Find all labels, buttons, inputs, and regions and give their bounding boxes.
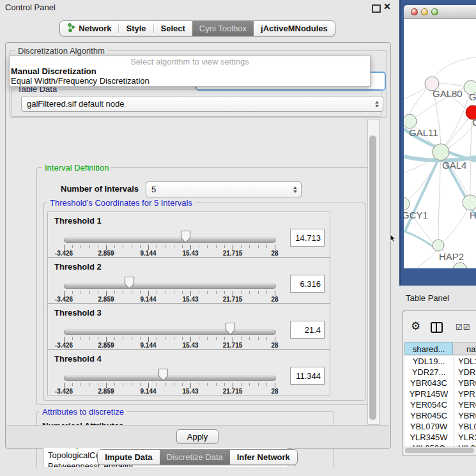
cell-name[interactable]: YBR045C [458, 410, 476, 421]
cell-name[interactable]: YBR043C [458, 378, 476, 388]
slider-track[interactable] [64, 330, 276, 335]
slider-thumb[interactable] [158, 368, 169, 381]
tick-mark [258, 383, 259, 386]
tick-mark [81, 383, 81, 386]
column-header-name[interactable]: name [454, 342, 476, 355]
panel-scrollbar[interactable] [367, 119, 380, 425]
threshold-value-field[interactable]: 14.713 [290, 229, 325, 247]
tab-network[interactable]: Network [60, 21, 118, 36]
cell-shared-name[interactable]: YBR045C [404, 410, 453, 421]
table-row[interactable]: YBL079WYBL079W [404, 421, 476, 432]
slider-track[interactable] [64, 284, 276, 289]
tab-label: Select [161, 24, 185, 33]
combo-arrows-icon [375, 101, 379, 107]
table-row[interactable]: YBR045CYBR045C [404, 410, 476, 421]
slider-thumb[interactable] [225, 322, 236, 335]
network-node[interactable] [463, 195, 476, 210]
apply-bar: Apply [6, 425, 389, 448]
tick-mark [98, 291, 98, 294]
cell-shared-name[interactable]: YPR145W [404, 388, 453, 399]
threshold-value-field[interactable]: 11.344 [290, 367, 325, 385]
table-data-combobox[interactable]: galFiltered.sif default node [21, 96, 383, 112]
cell-name[interactable]: YLR345W [458, 432, 476, 443]
network-canvas[interactable]: GAL80GACGAL11GAL4GCY1HHAP2 [404, 19, 476, 268]
tick-mark [140, 383, 141, 386]
traffic-light-zoom[interactable] [431, 8, 438, 15]
network-node[interactable] [404, 114, 417, 128]
float-window-icon[interactable] [372, 4, 381, 13]
dropdown-option-manual-discretization[interactable]: Manual Discretization [10, 66, 370, 76]
tab-discretize-data[interactable]: Discretize Data [160, 450, 230, 464]
tick-mark [266, 383, 267, 386]
tick-mark [98, 245, 98, 248]
tick-mark [148, 245, 149, 250]
cell-name[interactable]: YDR27... [458, 367, 476, 378]
table-row[interactable]: YDL19...YDL19... [404, 356, 476, 367]
table-row[interactable]: YPR145WYPR145W [404, 388, 476, 399]
network-node[interactable] [433, 144, 449, 160]
close-icon[interactable]: ✕ [383, 1, 391, 12]
table-row[interactable]: YER054CYER054C [404, 399, 476, 410]
dropdown-option-equal-width-frequency[interactable]: Equal Width/Frequency Discretization [10, 76, 370, 86]
split-columns-icon[interactable] [431, 322, 443, 333]
gear-icon[interactable]: ⚙ [411, 319, 420, 333]
threshold-value-field[interactable]: 6.316 [290, 275, 325, 293]
table-scrollbar-thumb[interactable] [405, 448, 474, 453]
cell-name[interactable]: YER054C [458, 399, 476, 410]
tick-mark [182, 245, 183, 248]
cell-shared-name[interactable]: YDR27... [404, 367, 453, 378]
column-header-shared[interactable]: shared... [404, 342, 453, 355]
tab-jactivemnodules[interactable]: jActiveMNodules [254, 21, 335, 36]
tick-mark [89, 291, 90, 294]
slider-track[interactable] [64, 376, 276, 381]
tick-mark [275, 291, 275, 296]
dropdown-placeholder[interactable]: Select algorithm to view settings [10, 57, 370, 66]
table-horizontal-scrollbar[interactable] [404, 447, 476, 454]
apply-button[interactable]: Apply [176, 429, 219, 444]
network-edge[interactable] [438, 152, 441, 240]
network-node[interactable] [433, 240, 444, 251]
number-of-intervals-combobox[interactable]: 5 [146, 181, 302, 197]
cell-shared-name[interactable]: YLR345W [404, 432, 453, 443]
tick-mark [89, 337, 90, 340]
tab-cyni-toolbox[interactable]: Cyni Toolbox [192, 21, 254, 36]
number-of-intervals-value: 5 [151, 182, 156, 197]
cell-name[interactable]: YDL19... [458, 356, 476, 367]
tick-mark [266, 291, 267, 294]
tick-mark [224, 337, 225, 340]
threshold-panel-3: Threshold 3-3.4262.8599.14415.4321.71528… [47, 303, 330, 349]
cell-name[interactable]: YPR145W [458, 388, 476, 399]
tab-select[interactable]: Select [154, 21, 192, 36]
network-window-titlebar[interactable] [404, 5, 476, 19]
tab-style[interactable]: Style [119, 21, 153, 36]
column-checkboxes-icon[interactable]: ☑☑ [456, 323, 471, 332]
node-label-gcy1: GCY1 [404, 210, 428, 220]
table-row[interactable]: YDR27...YDR27... [404, 367, 476, 378]
cell-shared-name[interactable]: YBL079W [404, 421, 453, 432]
slider-thumb[interactable] [124, 276, 135, 289]
threshold-panel-2: Threshold 2-3.4262.8599.14415.4321.71528… [47, 257, 330, 303]
tick-mark [140, 245, 141, 248]
tab-infer-network[interactable]: Infer Network [230, 450, 297, 464]
interval-definition-legend: Interval Definition [42, 163, 111, 173]
network-edge[interactable] [404, 231, 433, 247]
traffic-light-minimize[interactable] [421, 8, 428, 15]
tab-impute-data[interactable]: Impute Data [98, 450, 159, 464]
slider-thumb[interactable] [180, 230, 191, 243]
traffic-light-close[interactable] [411, 8, 418, 15]
network-edge[interactable] [433, 58, 476, 78]
cell-shared-name[interactable]: YBR043C [404, 378, 453, 388]
cell-shared-name[interactable]: YDL19... [404, 356, 453, 367]
cell-shared-name[interactable]: YER054C [404, 399, 453, 410]
table-row[interactable]: YLR345WYLR345W [404, 432, 476, 443]
network-edge[interactable] [417, 250, 437, 268]
slider-track[interactable] [64, 238, 276, 243]
tick-mark [165, 291, 165, 294]
threshold-value-field[interactable]: 21.4 [290, 321, 325, 339]
tick-label: 21.715 [223, 250, 243, 257]
panel-scrollbar-thumb[interactable] [369, 135, 376, 420]
cell-name[interactable]: YBL079W [458, 421, 476, 432]
table-row[interactable]: YBR043CYBR043C [404, 378, 476, 388]
network-graph[interactable]: GAL80GACGAL11GAL4GCY1HHAP2 [404, 19, 476, 268]
network-view-window[interactable]: GAL80GACGAL11GAL4GCY1HHAP2 [399, 0, 476, 286]
